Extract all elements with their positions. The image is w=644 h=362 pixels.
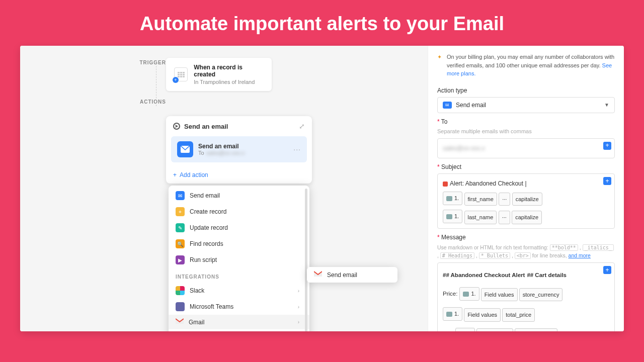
app-card: TRIGGER ACTIONS + When a record is creat…: [20, 46, 624, 331]
field-token[interactable]: 1.: [443, 307, 462, 321]
email-step-to: To sales@xx-xxx.x: [198, 150, 288, 156]
chevron-down-icon: ▼: [604, 102, 609, 108]
action-option-icon: ✎: [176, 223, 185, 232]
message-label: Message: [437, 234, 615, 241]
alert-icon: [443, 182, 448, 187]
email-step-title: Send an email: [198, 143, 288, 150]
field-token[interactable]: 1.: [455, 328, 475, 331]
add-token-button[interactable]: +: [603, 142, 611, 150]
trigger-card[interactable]: + When a record is created In Trampoline…: [166, 58, 272, 91]
gmail-submenu[interactable]: Send email: [307, 267, 397, 283]
field-token[interactable]: 1.: [443, 210, 462, 223]
gmail-icon: [314, 271, 322, 279]
trigger-title: When a record is created: [194, 64, 264, 78]
action-option-label: Send email: [190, 192, 220, 199]
chevron-right-icon: ›: [298, 288, 299, 294]
plus-badge-icon: +: [173, 77, 179, 83]
to-hint: Separate multiple emails with commas: [437, 128, 615, 134]
action-option[interactable]: 🔍Find records: [169, 236, 309, 252]
field-token[interactable]: ···: [499, 211, 510, 224]
action-option-label: Update record: [190, 224, 228, 231]
field-token[interactable]: first_name: [464, 193, 497, 206]
integration-option[interactable]: Slack›: [169, 283, 309, 299]
plus-icon: +: [173, 171, 177, 178]
subject-label: Subject: [437, 163, 615, 170]
add-token-button[interactable]: +: [603, 266, 611, 274]
action-option-icon: 🔍: [176, 239, 185, 248]
action-header-title: Send an email: [184, 123, 295, 130]
message-hint: Use markdown or HTML for rich text forma…: [437, 244, 615, 260]
automation-canvas: TRIGGER ACTIONS + When a record is creat…: [20, 46, 428, 331]
record-icon: +: [174, 67, 188, 81]
action-dropdown: ✉Send email+Create record✎Update record🔍…: [169, 186, 309, 331]
add-action-button[interactable]: + Add action: [166, 166, 312, 184]
field-token[interactable]: 1.: [443, 192, 462, 205]
message-heading: ## Cart details: [527, 270, 567, 281]
field-token[interactable]: Field values: [476, 328, 513, 331]
action-option-label: Find records: [190, 240, 223, 247]
to-label: To: [437, 118, 615, 125]
chevron-right-icon: ›: [298, 304, 299, 310]
integrations-label: INTEGRATIONS: [169, 268, 309, 283]
to-input[interactable]: sales@xx-xxx.x +: [437, 138, 615, 159]
action-option[interactable]: ▶Run script: [169, 252, 309, 268]
action-option-label: Run script: [190, 256, 217, 263]
action-type-label: Action type: [437, 87, 615, 94]
formatting-help-link[interactable]: and more: [569, 252, 591, 258]
action-option[interactable]: ✎Update record: [169, 220, 309, 236]
email-to-redacted: sales@xx-xxx.x: [206, 150, 245, 156]
field-token[interactable]: Field values: [481, 288, 518, 302]
field-token[interactable]: Field values: [464, 308, 501, 322]
subject-text: Alert: Abandoned Checkout |: [450, 178, 527, 190]
integration-option[interactable]: Gmail›: [169, 315, 309, 329]
action-option[interactable]: +Create record: [169, 204, 309, 220]
integration-label: Microsoft Teams: [190, 303, 233, 310]
info-banner: ✦ On your billing plan, you may email an…: [437, 53, 615, 82]
message-heading: ## Abandoned Checkout Alert: [443, 270, 525, 281]
trigger-subtitle: In Trampolines of Ireland: [194, 79, 264, 85]
collapse-icon[interactable]: ⤢: [299, 122, 305, 130]
integration-label: Gmail: [189, 319, 204, 326]
trigger-section-label: TRIGGER: [116, 60, 166, 65]
to-value-redacted: sales@xx-xxx.x: [443, 143, 485, 154]
field-token[interactable]: items_quantity: [515, 328, 557, 331]
gmail-icon: [176, 318, 184, 326]
action-type-value: Send email: [456, 102, 486, 109]
chevron-right-icon: ›: [298, 319, 299, 325]
more-icon[interactable]: ···: [293, 145, 301, 153]
page-title: Automate important alerts to your Email: [0, 0, 644, 46]
integration-option[interactable]: Microsoft Teams›: [169, 299, 309, 315]
field-token[interactable]: 1.: [459, 287, 479, 301]
action-card: Send an email ⤢ Send an email To sales@x…: [166, 116, 312, 184]
field-token[interactable]: total_price: [502, 308, 535, 322]
message-input[interactable]: + ## Abandoned Checkout Alert ## Cart de…: [437, 262, 615, 331]
config-panel: ✦ On your billing plan, you may email an…: [428, 46, 624, 331]
action-option-label: Create record: [190, 208, 226, 215]
integration-option[interactable]: ▦Google Calendar›: [169, 329, 309, 331]
field-token[interactable]: capitalize: [512, 211, 542, 224]
field-token[interactable]: capitalize: [512, 193, 542, 206]
submenu-label: Send email: [327, 272, 357, 279]
action-option-icon: ✉: [176, 191, 185, 200]
msteams-icon: [176, 302, 185, 311]
field-token[interactable]: store_currency: [519, 288, 563, 302]
action-type-select[interactable]: ✉ Send email ▼: [437, 97, 615, 113]
sparkle-icon: ✦: [437, 53, 442, 78]
envelope-icon: ✉: [443, 102, 452, 109]
actions-section-label: ACTIONS: [116, 99, 166, 105]
action-header[interactable]: Send an email ⤢: [166, 116, 312, 136]
field-token[interactable]: last_name: [464, 211, 497, 224]
slack-icon: [176, 286, 185, 295]
subject-input[interactable]: Alert: Abandoned Checkout | 1. first_nam…: [437, 173, 615, 228]
email-step[interactable]: Send an email To sales@xx-xxx.x ···: [171, 136, 307, 162]
send-icon: [173, 123, 180, 130]
add-token-button[interactable]: +: [603, 177, 611, 185]
integration-label: Slack: [190, 287, 204, 294]
action-option-icon: ▶: [176, 255, 185, 264]
connector-line: [156, 61, 156, 106]
field-token[interactable]: ···: [499, 193, 510, 206]
envelope-icon: [177, 141, 193, 157]
action-option[interactable]: ✉Send email: [169, 188, 309, 204]
action-option-icon: +: [176, 207, 185, 216]
